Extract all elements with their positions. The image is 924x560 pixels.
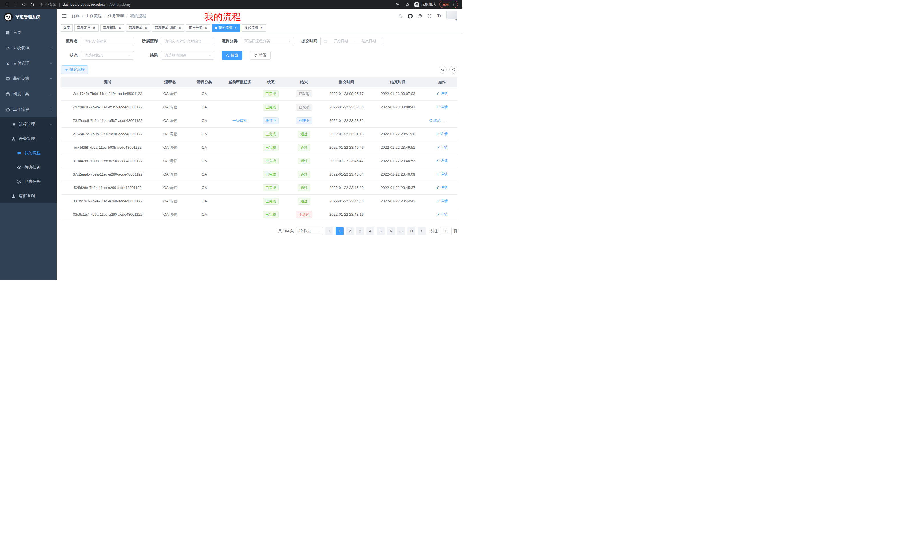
sidebar-item-devtools[interactable]: 研发工具 — [0, 87, 57, 102]
github-icon[interactable] — [408, 14, 412, 18]
detail-action[interactable]: 详情 — [436, 145, 448, 150]
help-icon[interactable] — [417, 14, 422, 18]
sidebar-item-home[interactable]: 首页 — [0, 25, 57, 40]
fullscreen-icon[interactable] — [427, 14, 432, 18]
password-key-icon[interactable] — [395, 2, 400, 7]
process-name-input[interactable] — [81, 37, 134, 45]
result-badge: 通过 — [298, 131, 310, 138]
chevron-down-icon — [50, 123, 52, 126]
page-number-button[interactable]: 5 — [376, 227, 385, 235]
close-tab-icon[interactable]: × — [92, 26, 96, 30]
goto-page-input[interactable] — [440, 227, 452, 235]
column-header: 操作 — [427, 77, 458, 87]
app-logo[interactable]: 芋道管理系统 — [0, 9, 57, 25]
avatar[interactable] — [446, 11, 457, 19]
page-number-button[interactable]: 11 — [408, 227, 416, 235]
view-tab[interactable]: 首页 — [60, 24, 72, 32]
sidebar-item-leave-query[interactable]: 请假查询 — [0, 189, 57, 203]
view-tab[interactable]: 流程表单 × — [126, 24, 150, 32]
update-button[interactable]: 更新 — [440, 1, 458, 8]
address-divider — [59, 3, 60, 7]
search-button[interactable]: 搜索 — [222, 51, 242, 60]
detail-action[interactable]: 详情 — [444, 118, 456, 123]
sidebar-item-todo-tasks[interactable]: 待办任务 — [0, 160, 57, 174]
view-tab[interactable]: 我的流程 × — [212, 24, 240, 32]
view-tab[interactable]: 用户分组 × — [186, 24, 210, 32]
page-number-button[interactable]: 1 — [336, 227, 344, 235]
address-bar[interactable]: 不安全 dashboard.yudao.iocoder.cn/bpm/task/… — [37, 2, 394, 7]
next-page-button[interactable] — [418, 227, 426, 235]
sidebar-item-infra[interactable]: 基础设施 — [0, 71, 57, 87]
date-range-picker[interactable]: 开始日期 - 结束日期 — [320, 37, 383, 45]
result-badge: 通过 — [298, 198, 310, 205]
close-tab-icon[interactable]: × — [204, 26, 208, 30]
detail-action[interactable]: 详情 — [436, 105, 448, 109]
start-date-placeholder: 开始日期 — [330, 39, 352, 44]
detail-action[interactable]: 详情 — [436, 185, 448, 190]
browser-home-button[interactable] — [28, 1, 36, 8]
detail-action[interactable]: 详情 — [436, 91, 448, 96]
view-tab[interactable]: 流程表单-编辑 × — [152, 24, 184, 32]
tab-label: 流程表单 — [129, 25, 142, 30]
breadcrumb-task-mgmt[interactable]: 任务管理 — [108, 13, 124, 18]
header-actions: TT ▾ — [398, 11, 457, 21]
close-tab-icon[interactable]: × — [118, 26, 122, 30]
page-number-button[interactable]: 4 — [366, 227, 374, 235]
process-definition-input[interactable] — [161, 37, 214, 45]
sidebar-item-workflow[interactable]: 工作流程 — [0, 102, 57, 117]
result-select[interactable]: 请选择流结果 — [161, 51, 214, 60]
sidebar-item-task-mgmt[interactable]: 任务管理 — [0, 132, 57, 146]
breadcrumb-workflow[interactable]: 工作流程 — [86, 13, 102, 18]
cell-category: OA — [186, 154, 223, 168]
browser-menu-dots-icon[interactable] — [452, 3, 455, 6]
table-row: 2152467e-7b9b-11ec-9a1b-acde48001122 OA … — [61, 127, 458, 141]
font-size-icon[interactable]: TT — [437, 14, 441, 18]
reset-button[interactable]: 重置 — [250, 51, 271, 60]
cell-process-name: OA 请假 — [154, 181, 186, 195]
sidebar-item-process-mgmt[interactable]: 流程管理 — [0, 117, 57, 132]
cell-actions: 取消 详情 — [427, 114, 458, 127]
cell-id: 3ad174fb-7b9d-11ec-8404-acde48001122 — [61, 87, 154, 100]
browser-reload-button[interactable] — [20, 1, 27, 8]
create-process-button[interactable]: 发起流程 — [61, 65, 88, 74]
page-size-select[interactable]: 10条/页 — [296, 227, 323, 235]
browser-forward-button[interactable] — [11, 1, 19, 8]
prev-page-button[interactable] — [325, 227, 333, 235]
breadcrumb-home[interactable]: 首页 — [71, 13, 80, 18]
category-select[interactable]: 请选择流程分类 — [241, 37, 294, 45]
toggle-search-button[interactable] — [439, 66, 447, 73]
view-tab[interactable]: 流程定义 × — [74, 24, 99, 32]
detail-action[interactable]: 详情 — [436, 199, 448, 204]
sidebar-item-payment[interactable]: ¥ 支付管理 — [0, 55, 57, 71]
bookmark-star-icon[interactable] — [404, 2, 410, 7]
page-number-button[interactable]: 3 — [356, 227, 364, 235]
close-tab-icon[interactable]: × — [144, 26, 148, 30]
status-select[interactable]: 请选择状态 — [81, 51, 134, 60]
close-tab-icon[interactable]: × — [234, 26, 238, 30]
page-number-button[interactable]: 2 — [346, 227, 354, 235]
cancel-icon — [429, 119, 433, 122]
cancel-action[interactable]: 取消 — [429, 118, 441, 123]
user-icon — [11, 194, 16, 198]
refresh-table-button[interactable] — [449, 66, 458, 73]
page-number-button[interactable]: ··· — [397, 227, 405, 235]
current-task-link[interactable]: 一级审批 — [232, 118, 247, 123]
detail-action[interactable]: 详情 — [436, 172, 448, 177]
detail-action[interactable]: 详情 — [436, 212, 448, 217]
sidebar-item-my-process[interactable]: 我的流程 — [0, 146, 57, 160]
view-tab[interactable]: 发起流程 × — [242, 24, 266, 32]
user-menu[interactable]: ▾ — [446, 11, 457, 21]
close-tab-icon[interactable]: × — [260, 26, 264, 30]
sidebar-item-system[interactable]: 系统管理 — [0, 40, 57, 55]
sidebar-toggle-button[interactable] — [62, 13, 67, 18]
sidebar-item-done-tasks[interactable]: 已办任务 — [0, 174, 57, 189]
search-icon[interactable] — [398, 14, 403, 18]
status-badge: 已完成 — [263, 104, 279, 111]
close-tab-icon[interactable]: × — [178, 26, 182, 30]
browser-back-button[interactable] — [3, 1, 10, 8]
detail-action[interactable]: 详情 — [436, 159, 448, 163]
detail-action[interactable]: 详情 — [436, 132, 448, 136]
page-number-button[interactable]: 6 — [387, 227, 395, 235]
cell-id: 7470a810-7b9b-11ec-b5b7-acde48001122 — [61, 100, 154, 114]
view-tab[interactable]: 流程模型 × — [100, 24, 124, 32]
